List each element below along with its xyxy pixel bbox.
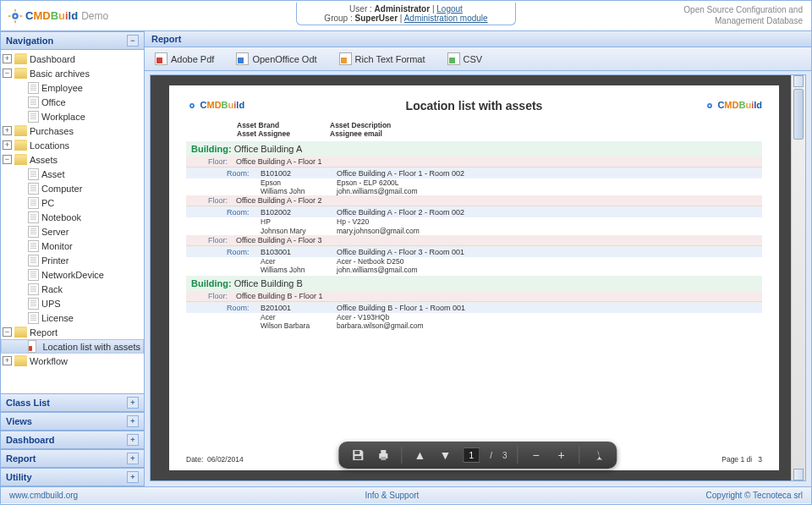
scroll-down-icon[interactable] — [793, 469, 804, 480]
tree-node-computer[interactable]: Computer — [1, 181, 144, 195]
sidebar: Navigation − +Dashboard−Basic archivesEm… — [1, 31, 145, 486]
svg-rect-14 — [381, 457, 386, 460]
admin-module-link[interactable]: Administration module — [404, 14, 488, 23]
export-rtf-button[interactable]: Rich Text Format — [336, 51, 429, 67]
print-icon[interactable] — [376, 447, 391, 463]
app-header: CMDBuild Demo User : Administrator | Log… — [1, 1, 811, 31]
export-csv-button[interactable]: CSV — [444, 51, 486, 67]
folder-icon — [14, 154, 27, 165]
navigation-panel-header[interactable]: Navigation − — [1, 31, 144, 50]
export-odt-button[interactable]: OpenOffice Odt — [233, 51, 320, 67]
panel-report[interactable]: Report+ — [1, 449, 144, 468]
tree-node-office[interactable]: Office — [1, 95, 144, 109]
asset-row: AcerAcer - V193HQb — [186, 313, 762, 321]
tree-node-purchases[interactable]: +Purchases — [1, 124, 144, 138]
asset-row: HPHp - V220 — [186, 217, 762, 226]
tree-node-pc[interactable]: PC — [1, 195, 144, 210]
page-input[interactable] — [463, 447, 480, 463]
toggle-icon[interactable]: + — [3, 54, 12, 63]
user-info-panel: User : Administrator | Logout Group : Su… — [296, 3, 516, 25]
tree-node-asset[interactable]: Asset — [1, 167, 144, 181]
tree-node-printer[interactable]: Printer — [1, 253, 144, 267]
page-up-icon[interactable]: ▲ — [412, 447, 427, 463]
panel-dashboard[interactable]: Dashboard+ — [1, 431, 144, 449]
tree-node-workplace[interactable]: Workplace — [1, 109, 144, 124]
floor-row: Floor: Office Building B - Floor 1 — [186, 291, 762, 302]
acrobat-icon[interactable] — [590, 447, 606, 463]
panel-views[interactable]: Views+ — [1, 412, 144, 431]
document-icon — [28, 255, 39, 266]
viewer-scrollbar[interactable] — [791, 75, 805, 480]
building-row: Building: Office Building B — [186, 276, 762, 291]
tree-node-report[interactable]: −Report — [1, 325, 144, 339]
svg-rect-10 — [354, 451, 359, 454]
odt-icon — [236, 52, 249, 65]
tree-node-locations[interactable]: +Locations — [1, 138, 144, 152]
asset-row: Wilson Barbarabarbara.wilson@gmail.com — [186, 321, 762, 330]
tree-node-workflow[interactable]: +Workflow — [1, 354, 144, 368]
panel-utility[interactable]: Utility+ — [1, 468, 144, 486]
asset-row: EpsonEpson - ELP 6200L — [186, 178, 762, 187]
document-icon — [28, 82, 39, 94]
asset-row: AcerAcer - Netbook D250 — [186, 257, 762, 266]
report-viewer: CMDBuild Location list with assets CMDBu… — [150, 74, 806, 481]
tree-node-basic-archives[interactable]: −Basic archives — [1, 66, 144, 80]
expand-icon[interactable]: + — [127, 453, 139, 464]
logout-link[interactable]: Logout — [436, 4, 463, 14]
scroll-thumb[interactable] — [793, 89, 804, 140]
current-group: SuperUser — [355, 14, 398, 23]
folder-icon — [14, 68, 27, 79]
report-page: CMDBuild Location list with assets CMDBu… — [169, 85, 779, 470]
tree-node-dashboard[interactable]: +Dashboard — [1, 52, 144, 66]
toggle-icon[interactable]: + — [3, 140, 12, 150]
tree-node-license[interactable]: License — [1, 310, 144, 325]
folder-icon — [14, 140, 27, 151]
toggle-icon[interactable]: + — [3, 126, 12, 135]
save-icon[interactable] — [350, 447, 365, 463]
content-title: Report — [145, 31, 811, 47]
scroll-up-icon[interactable] — [793, 75, 804, 87]
svg-rect-2 — [14, 8, 16, 11]
footer-link-center[interactable]: Info & Support — [365, 491, 419, 500]
demo-label: Demo — [81, 10, 108, 22]
room-row: Room:B101002Office Building A - Floor 1 … — [186, 167, 762, 178]
toggle-icon[interactable]: − — [3, 155, 12, 164]
tree-node-networkdevice[interactable]: NetworkDevice — [1, 267, 144, 282]
toggle-icon[interactable]: − — [3, 69, 12, 78]
tree-node-ups[interactable]: UPS — [1, 296, 144, 310]
tree-node-server[interactable]: Server — [1, 224, 144, 239]
expand-icon[interactable]: + — [127, 415, 139, 427]
document-icon — [28, 96, 39, 108]
toggle-icon[interactable]: − — [3, 327, 12, 337]
toggle-icon[interactable]: + — [3, 356, 12, 365]
expand-icon[interactable]: + — [127, 434, 139, 446]
folder-icon — [14, 327, 27, 338]
floor-row: Floor: Office Building A - Floor 2 — [186, 195, 762, 206]
expand-icon[interactable]: + — [127, 471, 139, 483]
document-icon — [28, 226, 39, 238]
footer-link-left[interactable]: www.cmdbuild.org — [9, 491, 78, 500]
tree-node-location-list-with-assets[interactable]: Location list with assets — [1, 339, 144, 354]
tree-node-employee[interactable]: Employee — [1, 80, 144, 95]
page-sep: / — [490, 451, 492, 460]
zoom-in-icon[interactable]: + — [554, 447, 569, 463]
tree-node-notebook[interactable]: Notebook — [1, 210, 144, 224]
sidebar-bottom-panels: Class List+Views+Dashboard+Report+Utilit… — [1, 393, 144, 486]
tree-node-rack[interactable]: Rack — [1, 282, 144, 296]
document-icon — [28, 111, 39, 123]
tree-node-assets[interactable]: −Assets — [1, 152, 144, 167]
export-pdf-button[interactable]: Adobe Pdf — [151, 51, 217, 67]
svg-rect-5 — [19, 15, 22, 17]
folder-icon — [14, 355, 27, 366]
expand-icon[interactable]: + — [127, 397, 139, 409]
footer-copyright: Copyright © Tecnoteca srl — [706, 491, 803, 500]
navigation-tree: +Dashboard−Basic archivesEmployeeOfficeW… — [1, 50, 144, 393]
svg-point-7 — [191, 105, 193, 107]
floor-row: Floor: Office Building A - Floor 3 — [186, 235, 762, 246]
panel-class-list[interactable]: Class List+ — [1, 393, 144, 412]
tree-node-monitor[interactable]: Monitor — [1, 239, 144, 253]
csv-icon — [447, 52, 460, 65]
zoom-out-icon[interactable]: − — [529, 447, 544, 463]
page-down-icon[interactable]: ▼ — [437, 447, 453, 463]
collapse-icon[interactable]: − — [127, 35, 139, 47]
